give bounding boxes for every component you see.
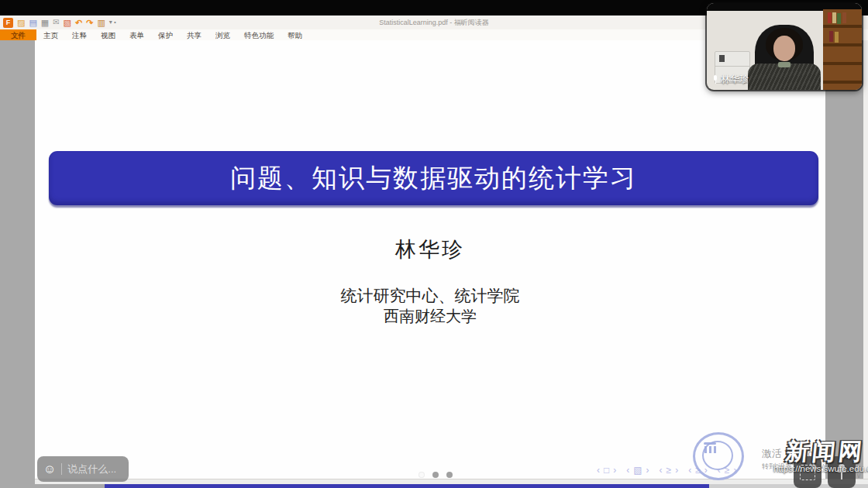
nav-control-zigzag-1: ‹ ≥ › [660, 465, 679, 476]
chat-placeholder: 说点什么... [67, 462, 116, 476]
chat-input[interactable]: ☺ 说点什么... [37, 456, 129, 482]
next-arrow-icon[interactable]: › [646, 465, 649, 476]
nav-control-box: ‹ ▧ › [626, 465, 649, 476]
bottom-blue-bar [105, 484, 709, 488]
prev-arrow-icon[interactable]: ‹ [626, 465, 629, 476]
tab-home[interactable]: 主页 [36, 29, 65, 40]
slide-title: 问题、知识与数据驱动的统计学习 [230, 161, 637, 196]
prev-arrow-icon[interactable]: ‹ [688, 465, 691, 476]
microphone-icon [713, 75, 718, 84]
tab-special-features[interactable]: 特色功能 [237, 29, 281, 40]
slide-title-banner: 问题、知识与数据驱动的统计学习 [49, 151, 818, 205]
tab-view[interactable]: 视图 [94, 29, 122, 40]
nav-control-monitor: ‹ □ › [597, 465, 616, 476]
webcam-overlay[interactable]: 林华珍 [707, 3, 862, 90]
tab-form[interactable]: 表单 [122, 29, 151, 40]
page-dot[interactable] [446, 472, 453, 478]
pdf-page: 问题、知识与数据驱动的统计学习 林华珍 统计研究中心、统计学院 西南财经大学 [35, 40, 825, 479]
speaker-face [773, 36, 795, 61]
tab-help[interactable]: 帮助 [281, 29, 309, 40]
webcam-name-label: 林华珍 [713, 73, 749, 86]
vertical-scrollbar[interactable] [863, 40, 868, 488]
chat-divider [61, 463, 62, 475]
webcast-video-frame: F ▨ ▤ ▦ ✉ ▧ ↶ ↷ ▥ ▾• StatisticalLearning… [0, 0, 868, 488]
slide-progress-dots [418, 472, 453, 478]
page-dot[interactable] [432, 472, 439, 478]
tab-share[interactable]: 共享 [180, 29, 208, 40]
tab-file[interactable]: 文件 [0, 29, 36, 40]
next-arrow-icon[interactable]: › [613, 465, 616, 476]
monitor-icon[interactable]: □ [604, 465, 609, 476]
tab-protect[interactable]: 保护 [151, 29, 180, 40]
bottom-bar-left [0, 484, 105, 488]
speaker-name: 林华珍 [721, 73, 749, 86]
tab-browse[interactable]: 浏览 [208, 29, 237, 40]
slide-affiliation-2: 西南财经大学 [35, 306, 825, 327]
speaker-body [748, 64, 821, 90]
emoji-icon[interactable]: ☺ [43, 463, 56, 476]
slide-author: 林华珍 [35, 235, 825, 263]
slide-affiliation-1: 统计研究中心、统计学院 [35, 285, 825, 307]
university-seal-watermark [693, 432, 744, 480]
right-canvas-margin [825, 40, 863, 488]
tab-comment[interactable]: 注释 [65, 29, 94, 40]
news-site-url: https://news.swufe.edu.cn [773, 464, 868, 473]
speaker-collar [778, 62, 790, 67]
left-canvas-margin [0, 40, 35, 488]
next-arrow-icon[interactable]: › [675, 465, 678, 476]
prev-arrow-icon[interactable]: ‹ [597, 465, 600, 476]
page-dot-active[interactable] [418, 472, 425, 478]
prev-arrow-icon[interactable]: ‹ [660, 465, 663, 476]
zigzag-icon[interactable]: ≥ [666, 465, 672, 476]
box-icon[interactable]: ▧ [633, 465, 642, 476]
news-site-watermark: 新闻网 [784, 436, 866, 468]
